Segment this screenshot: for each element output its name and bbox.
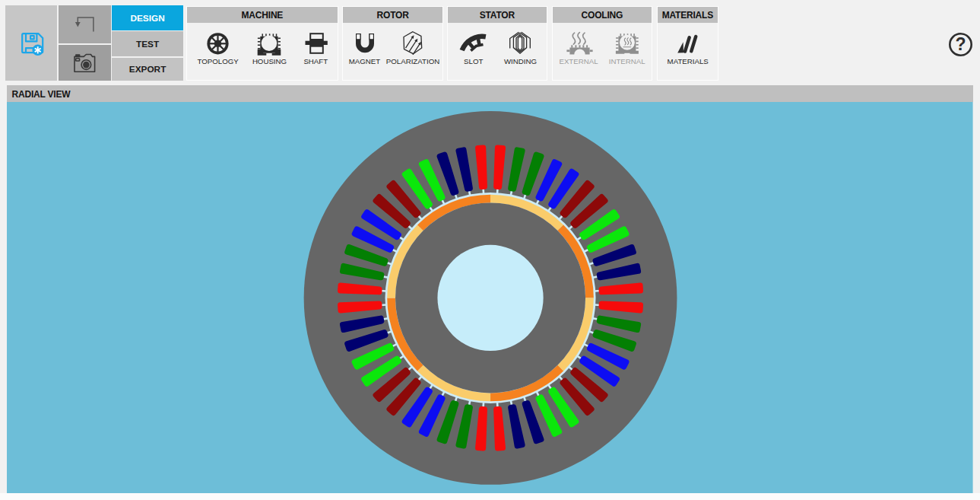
svg-text:?: ? xyxy=(955,34,966,54)
